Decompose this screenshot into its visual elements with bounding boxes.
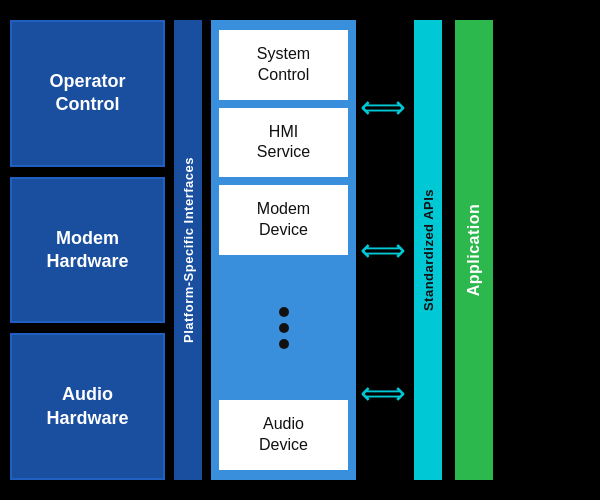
platform-specific-label: Platform-Specific Interfaces [181, 157, 196, 343]
arrow-1: ⟺ [360, 91, 406, 123]
hmi-service-block: HMI Service [219, 108, 348, 178]
standardized-apis-label: Standardized APIs [421, 189, 436, 311]
arrow-2: ⟺ [360, 234, 406, 266]
dot-3 [279, 339, 289, 349]
services-column: System Control HMI Service Modem Device … [211, 20, 356, 480]
dot-2 [279, 323, 289, 333]
platform-specific-column: Platform-Specific Interfaces [174, 20, 202, 480]
arrows-column: ⟺ ⟺ ⟺ [358, 20, 408, 480]
modem-device-block: Modem Device [219, 185, 348, 255]
architecture-diagram: Operator Control Modem Hardware Audio Ha… [0, 0, 600, 500]
ellipsis-block [219, 263, 348, 393]
dot-1 [279, 307, 289, 317]
arrow-3: ⟺ [360, 377, 406, 409]
system-control-block: System Control [219, 30, 348, 100]
application-label: Application [465, 204, 483, 297]
application-column: Application [455, 20, 493, 480]
audio-device-block: Audio Device [219, 400, 348, 470]
modem-hardware-block: Modem Hardware [10, 177, 165, 324]
separator-1 [165, 20, 170, 480]
separator-3 [446, 20, 451, 480]
audio-hardware-block: Audio Hardware [10, 333, 165, 480]
standardized-apis-column: Standardized APIs [414, 20, 442, 480]
operator-control-block: Operator Control [10, 20, 165, 167]
hardware-column: Operator Control Modem Hardware Audio Ha… [10, 20, 165, 480]
